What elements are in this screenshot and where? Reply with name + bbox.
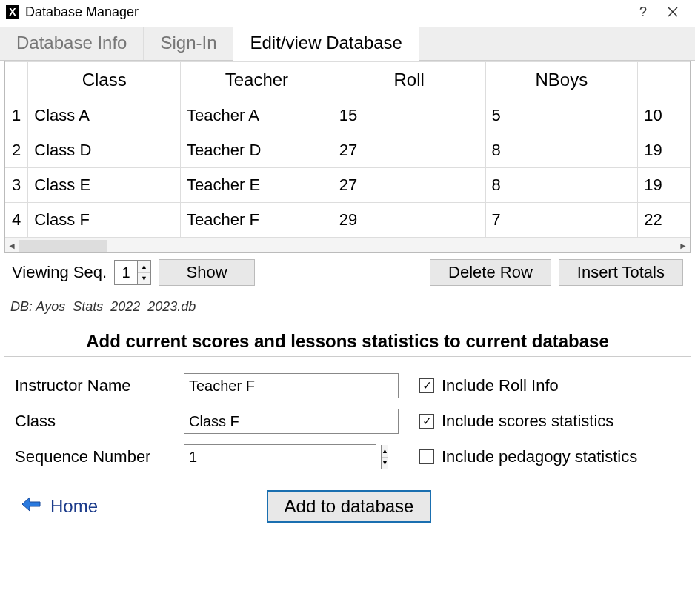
scrollbar-thumb[interactable] [19,240,107,252]
spin-down-icon[interactable]: ▼ [382,458,388,469]
include-scores-checkbox[interactable]: ✓ [419,414,434,429]
scroll-right-icon[interactable]: ► [676,238,690,253]
tab-database-info[interactable]: Database Info [0,27,144,60]
db-file-label: DB: Ayos_Stats_2022_2023.db [0,292,695,318]
arrow-left-icon [21,496,41,517]
cell-roll[interactable]: 15 [333,98,485,133]
cell-class[interactable]: Class F [28,203,181,238]
col-last[interactable]: N [638,62,691,98]
cell-last[interactable]: 22 [638,203,691,238]
data-table-container: Class Teacher Roll NBoys N 1 Class A Tea… [4,61,691,253]
section-title: Add current scores and lessons statistic… [4,318,691,357]
tab-edit-view-database[interactable]: Edit/view Database [233,27,419,61]
cell-nboys[interactable]: 8 [485,168,638,203]
show-button[interactable]: Show [159,259,255,286]
tab-bar: Database Info Sign-In Edit/view Database [0,27,695,61]
insert-totals-button[interactable]: Insert Totals [559,259,683,286]
col-class[interactable]: Class [28,62,181,98]
window-title: Database Manager [25,4,139,20]
sequence-number-label: Sequence Number [15,447,170,466]
col-roll[interactable]: Roll [333,62,485,98]
viewing-seq-input[interactable] [115,261,137,284]
cell-teacher[interactable]: Teacher E [181,168,333,203]
include-roll-label: Include Roll Info [442,376,559,395]
cell-last[interactable]: 19 [638,168,691,203]
table-row[interactable]: 4 Class F Teacher F 29 7 22 [5,203,691,238]
add-to-database-button[interactable]: Add to database [267,490,432,523]
table-row[interactable]: 2 Class D Teacher D 27 8 19 [5,133,691,168]
spin-up-icon[interactable]: ▲ [382,445,388,458]
cell-roll[interactable]: 29 [333,203,485,238]
window-titlebar: X Database Manager ? [0,0,695,27]
bottom-bar: Home Add to database [0,469,695,530]
include-pedagogy-label: Include pedagogy statistics [442,447,637,466]
cell-teacher[interactable]: Teacher D [181,133,333,168]
include-pedagogy-checkbox[interactable] [419,449,434,464]
sequence-number-spinner[interactable]: ▲ ▼ [184,444,376,469]
help-button[interactable]: ? [628,1,658,22]
cell-nboys[interactable]: 7 [485,203,638,238]
instructor-name-input[interactable] [184,373,399,398]
sequence-number-input[interactable] [184,445,381,469]
app-icon: X [6,5,19,19]
include-scores-label: Include scores statistics [442,412,613,431]
class-input[interactable] [184,409,399,434]
class-label: Class [15,412,170,431]
cell-class[interactable]: Class D [28,133,181,168]
cell-teacher[interactable]: Teacher F [181,203,333,238]
delete-row-button[interactable]: Delete Row [430,259,551,286]
table-header-row: Class Teacher Roll NBoys N [5,62,691,98]
cell-nboys[interactable]: 8 [485,133,638,168]
add-form: Instructor Name ✓ Include Roll Info Clas… [0,373,695,469]
instructor-name-label: Instructor Name [15,376,170,395]
col-nboys[interactable]: NBoys [485,62,638,98]
cell-nboys[interactable]: 5 [485,98,638,133]
close-button[interactable] [658,1,688,22]
viewing-seq-label: Viewing Seq. [12,263,107,282]
cell-roll[interactable]: 27 [333,168,485,203]
row-number: 4 [5,203,28,238]
row-number: 3 [5,168,28,203]
viewing-seq-spinner[interactable]: ▲ ▼ [114,260,151,285]
include-roll-checkbox-row[interactable]: ✓ Include Roll Info [419,376,680,395]
tab-sign-in[interactable]: Sign-In [144,27,233,60]
col-teacher[interactable]: Teacher [181,62,333,98]
cell-class[interactable]: Class A [28,98,181,133]
data-table[interactable]: Class Teacher Roll NBoys N 1 Class A Tea… [5,61,691,238]
table-controls: Viewing Seq. ▲ ▼ Show Delete Row Insert … [0,253,695,292]
cell-class[interactable]: Class E [28,168,181,203]
include-roll-checkbox[interactable]: ✓ [419,378,434,393]
home-label: Home [50,496,98,517]
scroll-left-icon[interactable]: ◄ [5,238,19,253]
spin-up-icon[interactable]: ▲ [138,261,150,273]
cell-last[interactable]: 10 [638,98,691,133]
cell-roll[interactable]: 27 [333,133,485,168]
table-row[interactable]: 1 Class A Teacher A 15 5 10 [5,98,691,133]
table-row[interactable]: 3 Class E Teacher E 27 8 19 [5,168,691,203]
include-scores-checkbox-row[interactable]: ✓ Include scores statistics [419,412,680,431]
row-number: 1 [5,98,28,133]
home-link[interactable]: Home [21,496,98,517]
row-number: 2 [5,133,28,168]
cell-teacher[interactable]: Teacher A [181,98,333,133]
cell-last[interactable]: 19 [638,133,691,168]
spin-down-icon[interactable]: ▼ [138,273,150,285]
include-pedagogy-checkbox-row[interactable]: Include pedagogy statistics [419,447,680,466]
horizontal-scrollbar[interactable]: ◄ ► [5,238,690,252]
